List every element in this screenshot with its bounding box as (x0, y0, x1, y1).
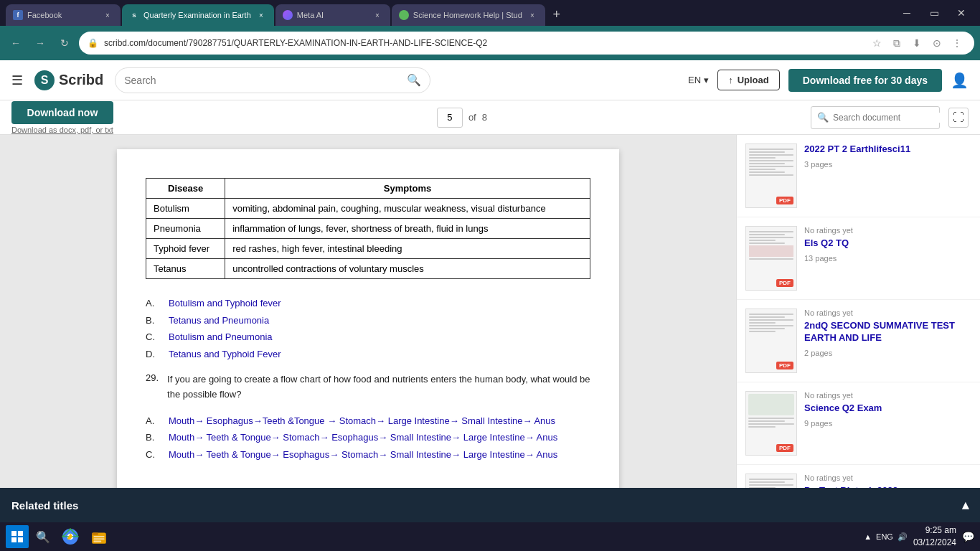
download-now-button[interactable]: Download now (11, 101, 113, 124)
taskbar-search-button[interactable]: 🔍 (32, 525, 55, 548)
minimize-button[interactable]: ─ (894, 3, 920, 23)
sidebar-doc-1[interactable]: PDF 2022 PT 2 Earthlifesci11 3 pages (737, 135, 980, 217)
search-doc-icon: 🔍 (817, 112, 829, 123)
language-selector[interactable]: EN ▾ (688, 75, 709, 85)
option-text: Mouth→ Teeth & Tongue→ Esophagus→ Stomac… (169, 448, 590, 462)
table-row: Pneumonia inflammation of lungs, fever, … (146, 219, 590, 239)
svg-rect-2 (11, 531, 17, 536)
sidebar-doc-rating-5: No ratings yet (804, 474, 971, 482)
tab-close-facebook[interactable]: × (102, 9, 113, 21)
question-text: If you are going to create a flow chart … (167, 372, 590, 402)
page-total: 8 (482, 112, 487, 123)
sidebar-doc-4[interactable]: PDF No ratings yet Science Q2 Exam 9 pag… (737, 382, 980, 465)
document-view: Disease Symptoms Botulism vomiting, abdo… (0, 135, 736, 488)
table-row: Typhoid fever red rashes, high fever, in… (146, 239, 590, 259)
related-titles-bar[interactable]: Related titles ▴ (0, 488, 980, 522)
table-cell-disease: Tetanus (146, 259, 225, 279)
tab-meta[interactable]: Meta AI × (275, 4, 390, 26)
scribd-header: ☰ S Scribd 🔍 EN ▾ ↑ Upload (0, 60, 980, 100)
refresh-button[interactable]: ↻ (55, 33, 75, 53)
search-doc-input[interactable] (833, 113, 941, 123)
tab-facebook[interactable]: f Facebook × (6, 4, 121, 26)
tab-science[interactable]: Science Homework Help | Stud × (392, 4, 545, 26)
table-cell-symptoms: red rashes, high fever, intestinal bleed… (225, 239, 590, 259)
scribd-logo-icon: S (34, 70, 55, 90)
tab-label-scribd: Quarterly Examination in Earth (143, 11, 251, 19)
menu-icon[interactable]: ☰ (11, 72, 23, 88)
sidebar-doc-2[interactable]: PDF No ratings yet Els Q2 TQ 13 pages (737, 217, 980, 300)
table-cell-symptoms: uncontrolled contractions of voluntary m… (225, 259, 590, 279)
sidebar-doc-title-2: Els Q2 TQ (804, 237, 971, 250)
tab-favicon-scribd: S (129, 10, 139, 20)
search-icon[interactable]: 🔍 (407, 73, 421, 87)
lock-icon: 🔒 (88, 38, 98, 48)
tab-close-science[interactable]: × (527, 9, 538, 21)
search-input[interactable] (124, 75, 401, 86)
sidebar-doc-rating-4: No ratings yet (804, 391, 971, 400)
download-icon[interactable]: ⬇ (908, 34, 925, 52)
taskbar-sys-icons: ▲ ENG 🔊 (864, 532, 908, 542)
thumb-content (746, 227, 796, 264)
tab-favicon-science (399, 10, 409, 20)
sidebar-doc-3[interactable]: PDF No ratings yet 2ndQ SECOND SUMMATIVE… (737, 300, 980, 382)
download-section: Download now Download as docx, pdf, or t… (11, 101, 113, 134)
download-formats-link[interactable]: Download as docx, pdf, or txt (11, 126, 113, 134)
tab-scribd[interactable]: S Quarterly Examination in Earth × (122, 4, 274, 26)
fullscreen-button[interactable]: ⛶ (948, 108, 969, 128)
thumbnail-3: PDF (745, 309, 797, 373)
forward-button[interactable]: → (30, 33, 50, 53)
table-row: Botulism vomiting, abdominal pain, cough… (146, 199, 590, 219)
table-header-symptoms: Symptoms (225, 179, 590, 199)
back-button[interactable]: ← (6, 33, 26, 53)
table-cell-disease: Botulism (146, 199, 225, 219)
extensions-icon[interactable]: ⧉ (888, 34, 905, 52)
sidebar-doc-meta-3: No ratings yet 2ndQ SECOND SUMMATIVE TES… (804, 309, 971, 373)
more-icon[interactable]: ⋮ (948, 34, 966, 52)
user-icon[interactable]: 👤 (951, 72, 969, 89)
close-button[interactable]: ✕ (948, 3, 974, 23)
svg-rect-11 (93, 538, 104, 540)
chevron-up-icon: ▴ (962, 497, 969, 513)
list-item: A. Botulism and Typhoid fever (146, 296, 590, 311)
option-letter: A. (146, 296, 160, 311)
question-number: 29. (146, 372, 159, 402)
sidebar-doc-meta-1: 2022 PT 2 Earthlifesci11 3 pages (804, 143, 971, 208)
download-free-button[interactable]: Download free for 30 days (788, 69, 942, 92)
address-bar: ← → ↻ 🔒 scribd.com/document/790287751/QU… (0, 26, 980, 60)
header-right: EN ▾ ↑ Upload Download free for 30 days … (688, 69, 969, 92)
address-input[interactable]: 🔒 scribd.com/document/790287751/QUARTERL… (79, 32, 974, 55)
start-button[interactable] (6, 525, 29, 548)
tab-label-facebook: Facebook (27, 11, 98, 19)
sidebar-doc-5[interactable]: PDF No ratings yet PreTest Biotech 2022 (737, 465, 980, 488)
document-search[interactable]: 🔍 (811, 106, 940, 129)
tab-bar: f Facebook × S Quarterly Examination in … (0, 0, 980, 26)
sidebar-doc-pages-2: 13 pages (804, 254, 971, 263)
upload-button[interactable]: ↑ Upload (717, 70, 780, 90)
taskbar-icon-chrome[interactable] (57, 524, 83, 550)
list-item: D. Tetanus and Typhoid Fever (146, 347, 590, 362)
scribd-logo[interactable]: S Scribd (34, 70, 103, 90)
option-letter: C. (146, 448, 160, 462)
pdf-badge: PDF (776, 197, 793, 204)
restore-button[interactable]: ▭ (921, 3, 947, 23)
taskbar-icon-file-explorer[interactable] (86, 524, 112, 550)
sidebar-doc-meta-5: No ratings yet PreTest Biotech 2022 (804, 474, 971, 488)
option-text: Botulism and Typhoid fever (169, 296, 590, 311)
taskbar-notification-icon[interactable]: 💬 (962, 531, 974, 542)
sidebar-doc-pages-4: 9 pages (804, 419, 971, 428)
tab-close-scribd[interactable]: × (255, 9, 267, 21)
tab-close-meta[interactable]: × (372, 9, 383, 21)
taskbar-search-icon: 🔍 (36, 530, 50, 544)
windows-icon (11, 531, 23, 542)
lang-label: EN (688, 75, 701, 85)
page-number-input[interactable] (437, 108, 463, 128)
upload-label: Upload (738, 75, 769, 85)
search-bar[interactable]: 🔍 (115, 67, 430, 93)
pdf-badge: PDF (776, 279, 793, 287)
thumbnail-2: PDF (745, 226, 797, 291)
bookmark-icon[interactable]: ☆ (868, 34, 885, 52)
new-tab-button[interactable]: + (547, 4, 567, 24)
svg-rect-3 (18, 531, 23, 536)
profile-icon[interactable]: ⊙ (928, 34, 946, 52)
page-of-label: of (468, 112, 476, 123)
